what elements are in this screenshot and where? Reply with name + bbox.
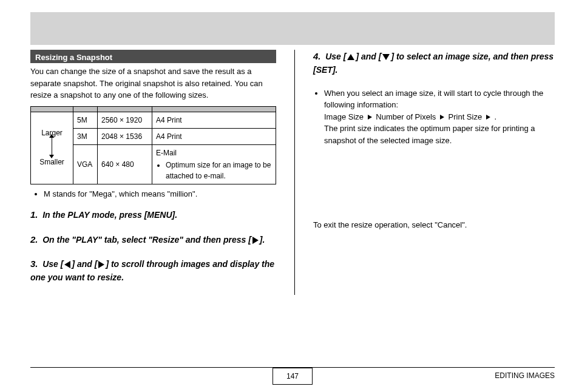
pixels-cell: 640 × 480 xyxy=(98,144,152,184)
step-text: Use [] and [] to select an image size, a… xyxy=(313,52,554,75)
right-arrow-icon xyxy=(98,261,104,268)
header-bar xyxy=(30,12,555,45)
section-title: Resizing a Snapshot xyxy=(30,50,276,63)
step-3: 3. Use [] and [] to scroll through image… xyxy=(30,257,276,284)
size-cell: 3M xyxy=(73,128,98,144)
step-number: 3. xyxy=(30,259,38,269)
desc-cell: A4 Print xyxy=(152,112,276,128)
seq-item: Number of Pixels xyxy=(376,112,436,121)
bullet-lead: When you select an image size, it will s… xyxy=(324,89,543,110)
left-arrow-icon xyxy=(64,261,70,268)
right-column: 4. Use [] and [] to select an image size… xyxy=(294,50,555,295)
step-fragment: On the "PLAY" tab, select "Resize" and t… xyxy=(42,235,251,245)
content-columns: Resizing a Snapshot You can change the s… xyxy=(30,50,555,295)
right-arrow-icon xyxy=(252,237,259,244)
left-column: Resizing a Snapshot You can change the s… xyxy=(30,50,276,295)
pixels-cell: 2560 × 1920 xyxy=(98,112,152,128)
steps-list-right: 4. Use [] and [] to select an image size… xyxy=(313,50,555,76)
updown-arrow-icon xyxy=(52,138,52,155)
desc-title: E-Mail xyxy=(156,149,177,157)
step-2: 2. On the "PLAY" tab, select "Resize" an… xyxy=(30,233,276,247)
size-cell: VGA xyxy=(73,144,98,184)
size-arrow-cell: Larger Smaller xyxy=(31,112,73,184)
right-arrow-icon xyxy=(486,115,490,120)
step-text: Use [] and [] to scroll through images a… xyxy=(30,259,274,282)
right-arrow-icon xyxy=(368,115,372,120)
table-row: Larger Smaller 5M 2560 × 1920 A4 Print xyxy=(31,112,276,128)
step-4: 4. Use [] and [] to select an image size… xyxy=(313,50,555,76)
seq-item: Image Size xyxy=(324,112,364,121)
down-arrow-icon xyxy=(382,54,390,60)
step-fragment: Use [ xyxy=(42,259,63,269)
step-fragment: ] and [ xyxy=(72,259,97,269)
cancel-note: To exit the resize operation, select "Ca… xyxy=(313,219,555,231)
bullet-tail: The print size indicates the optimum pap… xyxy=(324,124,535,145)
page-number: 147 xyxy=(273,368,313,385)
desc-cell: E-Mail Optimum size for an image to be a… xyxy=(152,144,276,184)
size-cell: 5M xyxy=(73,112,98,128)
step-fragment: ] and [ xyxy=(356,52,381,61)
size-table: Larger Smaller 5M 2560 × 1920 A4 Print 3… xyxy=(30,106,276,184)
up-arrow-icon xyxy=(347,54,354,60)
info-bullet: When you select an image size, it will s… xyxy=(324,87,555,147)
page-footer: EDITING IMAGES 147 xyxy=(30,367,555,381)
steps-list: 1. In the PLAY mode, press [MENU]. 2. On… xyxy=(30,208,276,284)
seq-item: Print Size xyxy=(449,112,482,121)
step-number: 4. xyxy=(313,51,321,61)
footer-section-label: EDITING IMAGES xyxy=(495,370,555,381)
desc-sub: Optimum size for an image to be attached… xyxy=(166,160,272,181)
intro-text: You can change the size of a snapshot an… xyxy=(30,66,276,101)
step-number: 1. xyxy=(30,209,38,220)
step-text: On the "PLAY" tab, select "Resize" and t… xyxy=(42,235,265,245)
info-bullets: When you select an image size, it will s… xyxy=(313,87,555,147)
step-fragment: ]. xyxy=(260,235,265,245)
smaller-label: Smaller xyxy=(39,158,64,166)
document-page: Resizing a Snapshot You can change the s… xyxy=(0,0,579,331)
step-text: In the PLAY mode, press [MENU]. xyxy=(42,210,177,220)
step-1: 1. In the PLAY mode, press [MENU]. xyxy=(30,208,276,222)
mega-note: M stands for "Mega", which means "millio… xyxy=(44,188,276,200)
step-number: 2. xyxy=(30,234,38,245)
pixels-cell: 2048 × 1536 xyxy=(98,128,152,144)
step-fragment: Use [ xyxy=(325,52,346,61)
right-arrow-icon xyxy=(440,115,444,120)
desc-cell: A4 Print xyxy=(152,128,276,144)
